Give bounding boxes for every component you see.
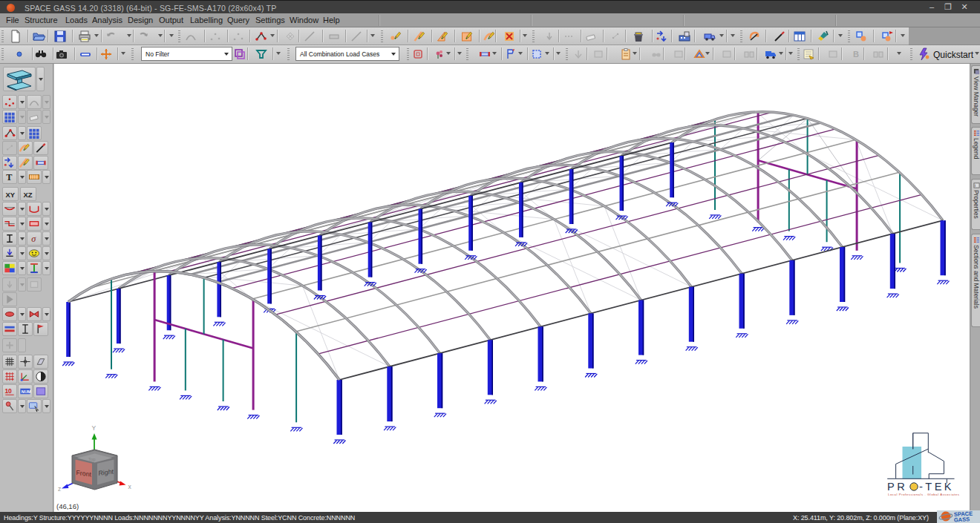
svg-text:T: T: [6, 172, 12, 182]
svg-text:XY: XY: [5, 191, 15, 199]
svg-text:XZ: XZ: [23, 191, 32, 199]
svg-text:(46,16): (46,16): [56, 502, 79, 510]
svg-text:Top: Top: [88, 457, 97, 462]
svg-text:NUM: NUM: [22, 389, 31, 394]
svg-text:Local Professionals . Global A: Local Professionals . Global Associates: [888, 493, 960, 496]
svg-text:-TEK: -TEK: [919, 481, 954, 493]
svg-text:σ: σ: [31, 234, 36, 244]
svg-text:B: B: [853, 50, 859, 59]
svg-text:10: 10: [4, 387, 12, 395]
svg-text:GASS: GASS: [954, 516, 970, 523]
svg-text:x: x: [128, 483, 132, 490]
svg-text:z: z: [58, 485, 61, 493]
svg-text:PR: PR: [887, 481, 907, 493]
svg-text:i: i: [975, 183, 976, 188]
svg-text:Y: Y: [92, 424, 97, 432]
